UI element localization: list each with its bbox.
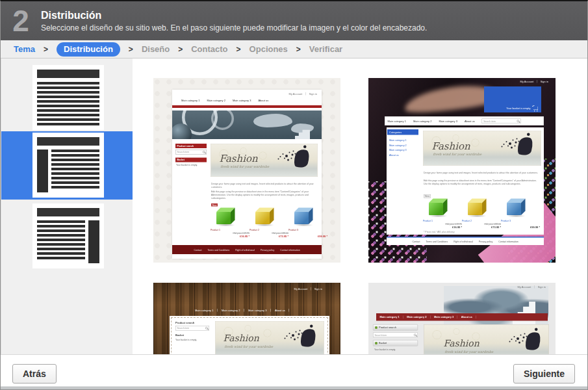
product-card: Product 3 £99.99 * <box>501 198 540 229</box>
magnifier-icon <box>517 120 520 122</box>
breadcrumb-item-opciones[interactable]: Opciones <box>249 44 288 54</box>
category-link: Main category 3 <box>389 148 407 153</box>
account-links: My Account Sign in <box>518 285 546 289</box>
nav-item: About us <box>271 309 289 312</box>
dancer-graphic <box>500 327 549 355</box>
product-cube-green <box>429 198 448 215</box>
categories-header: Categories <box>387 129 418 135</box>
footer-link: Terms and Conditions <box>426 240 448 243</box>
layout-header-bar <box>37 70 99 78</box>
main-nav-bar: Main category 1 Main category 2 Main cat… <box>385 116 544 125</box>
product-card: Product 2 Old price £88.00 £73.95 * <box>462 198 501 229</box>
back-button[interactable]: Atrás <box>12 364 57 384</box>
template-1-page: My Account Sign in Main category 1 Main … <box>172 90 322 259</box>
breadcrumb-item-tema[interactable]: Tema <box>14 44 35 54</box>
template-3-page: Product search Search item Basket Your b… <box>171 317 328 354</box>
breadcrumb-item-contacto[interactable]: Contacto <box>191 44 227 54</box>
banner-title: Fashion <box>432 140 470 152</box>
template-preview-wood[interactable]: My Account Sign in Main category 1 Main … <box>153 283 340 354</box>
search-placeholder: Search item <box>375 334 387 337</box>
footer-link: Privacy policy <box>261 248 274 251</box>
breadcrumb-item-verificar[interactable]: Verificar <box>309 44 342 54</box>
layout-text-lines <box>37 220 85 263</box>
breadcrumb-separator: > <box>44 45 48 54</box>
red-divider-bar <box>172 105 322 108</box>
product-old-price: Old price £19.95 <box>211 232 249 235</box>
footer-link: Contact information <box>280 248 300 251</box>
breadcrumb-separator: > <box>178 45 183 54</box>
sign-in-link: Sign in <box>534 285 546 289</box>
product-old-price <box>501 223 540 226</box>
dancer-graphic <box>492 132 541 166</box>
nav-item: About us <box>258 99 268 102</box>
magnifier-icon <box>414 334 416 337</box>
product-card: Product 2 Old price £88.00 £73.95 * <box>249 207 288 238</box>
basket-empty-text: Your basket is empty. <box>175 339 209 341</box>
layout-picker <box>1 58 133 354</box>
nav-item: Main category 2 <box>413 120 431 123</box>
product-search-header: Product search <box>379 326 396 330</box>
product-cube-blue <box>507 198 526 215</box>
layout-text-lines <box>51 150 99 192</box>
template-2-canvas: My Account Sign in Your basket is empty.… <box>368 78 556 263</box>
product-name: Product 2 <box>462 220 501 222</box>
template-preview-red-classic[interactable]: My Account Sign in Main category 1 Main … <box>153 78 340 263</box>
layout-option-left-sidebar[interactable] <box>32 133 104 198</box>
nav-item: Main category 2 <box>218 309 244 312</box>
breadcrumb: Tema > Distribución > Diseño > Contacto … <box>1 40 587 58</box>
nav-item: Main category 2 <box>207 99 225 102</box>
breadcrumb-separator: > <box>296 45 301 54</box>
footer-link: Terms and Conditions <box>207 248 229 251</box>
basket-empty-text: Your basket is empty. <box>175 164 207 166</box>
nav-item: About us <box>465 120 475 123</box>
layout-option-full-width[interactable] <box>32 65 104 130</box>
product-cube-yellow <box>255 207 274 224</box>
template-preview-dark-blue[interactable]: My Account Sign in Your basket is empty.… <box>368 78 556 263</box>
layout-option-right-sidebar[interactable] <box>32 203 104 268</box>
product-price: £73.95 * <box>462 226 501 229</box>
breadcrumb-separator: > <box>236 45 241 54</box>
banner-subtitle: fresh wind for your wardrobe <box>433 153 482 157</box>
product-old-price: Old price £88.00 <box>462 223 501 226</box>
product-old-price: Old price £88.00 <box>249 232 288 235</box>
fashion-banner: Fashion fresh wind for your wardrobe <box>215 321 324 354</box>
breadcrumb-item-distribucion[interactable]: Distribución <box>57 42 120 57</box>
search-box: Search item <box>175 326 209 331</box>
product-name: Product 3 <box>288 229 327 231</box>
fashion-banner: Fashion fresh wind for your wardrobe <box>424 324 549 354</box>
shop-sidebar: Product search Search item Basket Your b… <box>373 324 418 350</box>
magnifier-icon <box>205 327 208 330</box>
main-nav-bar: Main category 1 Main category 2 Main cat… <box>376 313 548 321</box>
product-card: New Product 1 Old price £19.95 £16.95 * <box>211 207 249 238</box>
intro-paragraph-2: Edit this page using the preview or data… <box>424 179 541 185</box>
category-link: Main category 2 <box>389 143 407 148</box>
nav-item: Main category 1 <box>388 120 406 123</box>
layout-header-bar <box>37 208 99 216</box>
basket-empty-text: Your basket is empty. <box>373 348 418 351</box>
search-placeholder: Search item <box>177 327 190 330</box>
product-price: £16.95 * <box>423 226 462 229</box>
main-nav: Main category 1 Main category 2 Main cat… <box>181 99 268 102</box>
globe-ring-graphic <box>211 110 234 130</box>
my-account-link: My Account <box>294 287 308 291</box>
bullet-icon <box>376 342 377 344</box>
new-badge: New <box>424 194 431 198</box>
product-row: New Product 1 Old price £19.95 £16.95 * … <box>211 207 327 238</box>
sign-in-link: Sign in <box>305 92 317 96</box>
main-nav: Main category 1 Main category 2 Main cat… <box>388 120 475 123</box>
template-4-canvas: My Account Sign in Main category 1 Main … <box>368 283 556 354</box>
template-preview-grey-red[interactable]: My Account Sign in Main category 1 Main … <box>368 283 556 354</box>
product-card: New Product 1 Old price £19.95 £16.95 * <box>423 198 462 229</box>
next-button[interactable]: Siguiente <box>513 364 575 384</box>
shop-sidebar: Product search Search item Basket Your b… <box>175 144 207 166</box>
breadcrumb-item-diseno[interactable]: Diseño <box>142 44 170 54</box>
layout-header-bar <box>37 137 99 146</box>
my-account-link: My Account <box>289 92 303 96</box>
breadcrumb-separator: > <box>129 45 133 54</box>
main-nav: Main category 1 Main category 2 Main cat… <box>191 309 289 312</box>
template-gallery: My Account Sign in Main category 1 Main … <box>133 58 587 354</box>
search-box: Search item <box>482 118 521 124</box>
banner-subtitle: fresh wind for your wardrobe <box>445 350 494 354</box>
globe-header-image <box>172 110 322 139</box>
product-cube-yellow <box>468 198 487 215</box>
